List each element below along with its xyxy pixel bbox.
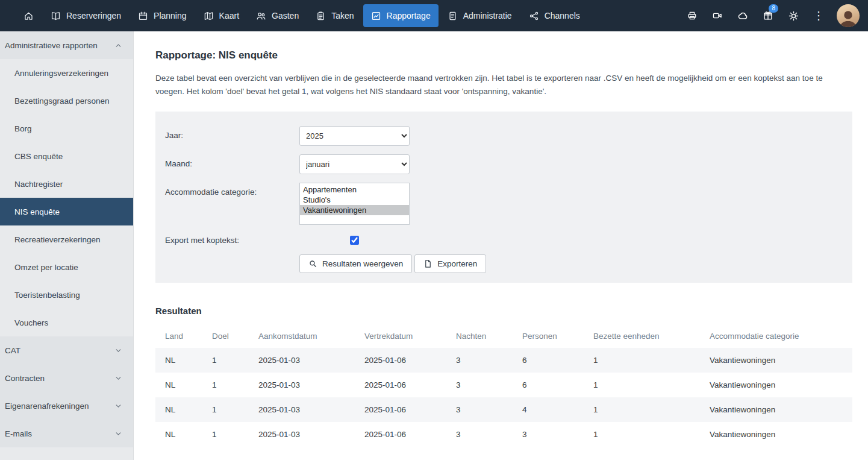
cell-doel: 1 [202,348,249,373]
column-header-bezette-eenheden: Bezette eenheden [584,324,700,348]
category-listbox[interactable]: Appartementen Studio's Vakantiewoningen [299,183,410,225]
sidebar-item-nachtregister[interactable]: Nachtregister [0,170,133,198]
kebab-menu-icon: ⋮ [813,10,824,21]
cell-nachten: 3 [446,373,513,397]
nav-planning[interactable]: Planning [130,4,195,27]
year-select[interactable]: 2025 [299,126,410,146]
camera-button[interactable] [705,4,729,28]
nav-home[interactable] [16,4,42,27]
sidebar-item-annuleringsverzekeringen[interactable]: Annuleringsverzekeringen [0,59,133,87]
month-select[interactable]: januari [299,154,410,174]
cell-personen: 6 [513,373,584,397]
cell-vertrekdatum: 2025-01-06 [355,397,446,422]
guests-icon [256,11,266,21]
listbox-option-vakantiewoningen[interactable]: Vakantiewoningen [300,205,409,215]
printer-button[interactable] [680,4,704,28]
cell-personen: 4 [513,397,584,422]
sidebar-section-eigenarenafrekeningen[interactable]: Eigenarenafrekeningen [0,392,133,420]
network-icon [529,11,539,21]
sidebar-item-omzet-per-locatie[interactable]: Omzet per locatie [0,253,133,281]
nav-label: Reserveringen [66,11,121,20]
book-icon [51,11,61,21]
top-navigation: Reserveringen Planning Kaart Gasten Take… [0,0,868,31]
search-icon [308,259,317,268]
cell-land: NL [155,373,202,397]
nav-channels[interactable]: Channels [521,4,588,27]
chevron-down-icon [114,347,122,354]
nav-label: Gasten [272,11,299,20]
nav-administratie[interactable]: Administratie [440,4,520,27]
export-button[interactable]: Exporteren [414,254,486,273]
cell-nachten: 3 [446,397,513,422]
listbox-option-appartementen[interactable]: Appartementen [300,184,409,195]
results-heading: Resultaten [155,306,852,316]
cloud-button[interactable] [731,4,755,28]
notification-badge: 8 [769,4,778,13]
table-row: NL 1 2025-01-03 2025-01-06 3 6 1 Vakanti… [155,373,852,397]
gift-button[interactable]: 8 [756,4,780,28]
nav-reserveringen[interactable]: Reserveringen [43,4,129,27]
chart-icon [371,11,381,21]
sidebar-item-nis-enquete[interactable]: NIS enquête [0,198,133,225]
cell-bezette-eenheden: 1 [584,397,700,422]
sidebar-section-contracten[interactable]: Contracten [0,364,133,392]
page-title: Rapportage: NIS enquête [155,49,852,61]
chevron-down-icon [114,430,122,438]
column-header-accommodatie-categorie: Accommodatie categorie [700,324,852,348]
cell-doel: 1 [202,422,249,447]
column-header-aankomstdatum: Aankomstdatum [249,324,355,348]
clipboard-icon [316,11,326,21]
cell-vertrekdatum: 2025-01-06 [355,348,446,373]
column-header-nachten: Nachten [446,324,513,348]
sidebar-item-recreatieverzekeringen[interactable]: Recreatieverzekeringen [0,225,133,253]
category-label: Accommodatie categorie: [165,183,299,225]
cell-bezette-eenheden: 1 [584,373,700,397]
cell-land: NL [155,397,202,422]
export-header-checkbox[interactable] [350,236,359,245]
nav-label: Rapportage [387,11,431,20]
sidebar-item-cbs-enquete[interactable]: CBS enquête [0,142,133,170]
printer-icon [687,10,698,21]
cell-aankomstdatum: 2025-01-03 [249,373,355,397]
column-header-land: Land [155,324,202,348]
column-header-vertrekdatum: Vertrekdatum [355,324,446,348]
sidebar-item-borg[interactable]: Borg [0,115,133,142]
cell-bezette-eenheden: 1 [584,348,700,373]
top-nav-utilities: 8 ⋮ [680,4,860,28]
cloud-icon [737,10,749,22]
avatar[interactable] [837,4,860,27]
nav-gasten[interactable]: Gasten [248,4,307,27]
nav-kaart[interactable]: Kaart [196,4,247,27]
month-row: Maand: januari [165,154,843,174]
column-header-doel: Doel [202,324,249,348]
export-header-checkbox-wrap [299,236,410,245]
cell-aankomstdatum: 2025-01-03 [249,422,355,447]
page-description: Deze tabel bevat een overzicht van verbl… [155,72,852,98]
cell-nachten: 3 [446,348,513,373]
sidebar-section-administratieve-rapporten[interactable]: Administratieve rapporten [0,31,133,59]
settings-button[interactable] [781,4,805,28]
listbox-option-studios[interactable]: Studio's [300,195,409,205]
results-table: Land Doel Aankomstdatum Vertrekdatum Nac… [155,324,852,447]
cell-accommodatie-categorie: Vakantiewoningen [700,348,852,373]
nav-label: Kaart [219,11,239,20]
cell-aankomstdatum: 2025-01-03 [249,348,355,373]
sidebar-item-bezettingsgraad-personen[interactable]: Bezettingsgraad personen [0,87,133,115]
cell-accommodatie-categorie: Vakantiewoningen [700,422,852,447]
nav-taken[interactable]: Taken [308,4,361,27]
home-icon [23,11,34,21]
month-label: Maand: [165,154,299,174]
report-filter-panel: Jaar: 2025 Maand: januari Accommodatie c… [155,112,852,283]
nav-label: Planning [154,11,187,20]
sidebar-section-emails[interactable]: E-mails [0,420,133,447]
overflow-menu-button[interactable]: ⋮ [807,4,831,28]
show-results-button[interactable]: Resultaten weergeven [299,254,412,273]
sidebar-item-vouchers[interactable]: Vouchers [0,309,133,336]
nav-rapportage[interactable]: Rapportage [363,4,439,27]
file-export-icon [423,259,432,268]
sidebar-section-cat[interactable]: CAT [0,336,133,364]
cell-bezette-eenheden: 1 [584,422,700,447]
year-row: Jaar: 2025 [165,126,843,146]
form-actions: Resultaten weergeven Exporteren [165,254,843,273]
sidebar-item-toeristenbelasting[interactable]: Toeristenbelasting [0,281,133,309]
